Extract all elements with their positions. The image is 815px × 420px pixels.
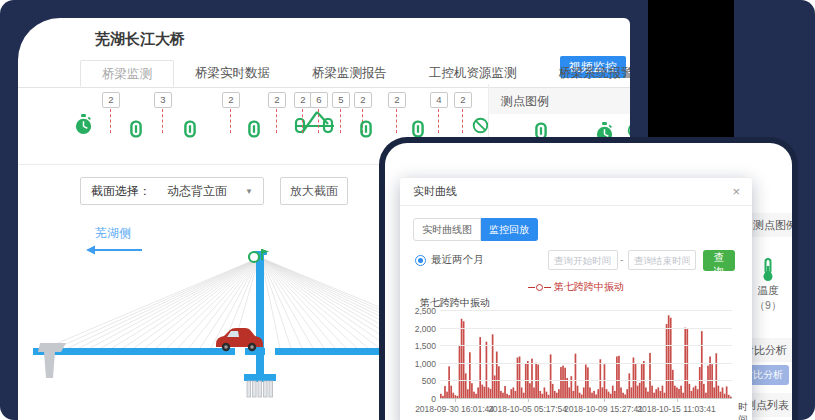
section-select-value: 动态背立面 (167, 183, 227, 200)
sensor-dashed-line (462, 109, 463, 133)
gridline (440, 328, 732, 329)
chart-plot-area: 2,5002,0001,5001,00050002018-09-30 16:01… (440, 310, 732, 398)
chart-legend: 第七跨跨中振动 (400, 280, 752, 294)
main-tabs: 桥梁监测桥梁实时数据桥梁监测报告工控机资源监测桥梁系统报警 (18, 60, 630, 88)
sensor-dashed-line (276, 109, 277, 133)
sensor-count-box[interactable]: 2 (222, 92, 240, 108)
chevron-down-icon: ▼ (245, 187, 253, 196)
gridline (440, 310, 732, 311)
sensor-dashed-line (318, 109, 319, 133)
sensor-count-box[interactable]: 2 (102, 92, 120, 108)
bridge-tower (256, 254, 264, 382)
y-tick-label: 0 (402, 394, 436, 404)
sensor-count-box[interactable]: 4 (430, 92, 448, 108)
modal-tabs: 实时曲线图监控回放 (413, 218, 538, 241)
last-two-months-label: 最近两个月 (431, 253, 484, 267)
sensor-dashed-line (438, 109, 439, 133)
chart-legend-label: 第七跨跨中振动 (554, 281, 624, 292)
zoom-section-button[interactable]: 放大截面 (280, 177, 348, 205)
y-tick-label: 1,000 (402, 359, 436, 369)
sensor-count-box[interactable]: 2 (268, 92, 286, 108)
sensor-count-box[interactable]: 2 (454, 92, 472, 108)
realtime-curve-modal: 实时曲线 × 实时曲线图监控回放 最近两个月 - 查询 第七跨跨中振动 第七跨跨… (400, 178, 752, 420)
screen: 芜湖长江大桥 视频监控 桥梁监测桥梁实时数据桥梁监测报告工控机资源监测桥梁系统报… (0, 0, 815, 420)
y-tick-label: 2,500 (402, 306, 436, 316)
y-tick-label: 2,000 (402, 324, 436, 334)
page-title: 芜湖长江大桥 (95, 30, 185, 49)
x-tick-mark (677, 398, 678, 402)
gridline (440, 345, 732, 346)
tab-桥梁系统报警[interactable]: 桥梁系统报警 (538, 60, 631, 87)
x-tick-label: 2018-10-09 15:27:41 (564, 404, 643, 414)
gridline (440, 398, 732, 399)
link-icon[interactable] (412, 120, 424, 138)
query-end-time-input[interactable] (628, 250, 696, 270)
bridge-side-label: 芜湖侧 (95, 225, 131, 242)
bg-legend-panel-title: 测点图例 (753, 219, 792, 231)
x-tick-mark (455, 398, 456, 402)
gridline (440, 380, 732, 381)
bridge-left-pier (38, 343, 66, 378)
section-select[interactable]: 截面选择： 动态背立面 ▼ (80, 177, 264, 205)
x-tick-label: 2018-10-05 05:17:54 (488, 404, 567, 414)
pylon-icon[interactable] (294, 109, 336, 137)
sensor-count-box[interactable]: 5 (332, 92, 350, 108)
link-icon[interactable] (184, 120, 196, 138)
sensor-dashed-line (162, 109, 163, 133)
legend-marker-icon (528, 287, 535, 288)
sensor-dashed-line (396, 109, 397, 133)
sensor-dashed-line (110, 109, 111, 133)
modal-title: 实时曲线 (413, 178, 457, 205)
ban-icon (627, 122, 630, 143)
x-tick-label: 2018-09-30 16:01:44 (415, 404, 494, 414)
y-tick-label: 1,500 (402, 341, 436, 351)
link-icon[interactable] (248, 120, 260, 138)
query-start-time-input[interactable] (548, 250, 618, 270)
sensor-dashed-line (302, 109, 303, 133)
tab-桥梁实时数据[interactable]: 桥梁实时数据 (174, 60, 291, 87)
modal-tab-监控回放[interactable]: 监控回放 (481, 218, 538, 241)
sensor-count-box[interactable]: 3 (154, 92, 172, 108)
sensor-count-box[interactable]: 2 (354, 92, 372, 108)
tab-工控机资源监测[interactable]: 工控机资源监测 (408, 60, 538, 87)
close-icon[interactable]: × (732, 178, 740, 205)
y-tick-label: 500 (402, 376, 436, 386)
tab-桥梁监测报告[interactable]: 桥梁监测报告 (291, 60, 408, 87)
legend-panel-title: 测点图例 (501, 94, 549, 108)
x-tick-mark (528, 398, 529, 402)
sensor-count-box[interactable]: 6 (310, 92, 328, 108)
modal-header: 实时曲线 × (400, 178, 752, 206)
x-tick-mark (604, 398, 605, 402)
tab-桥梁监测[interactable]: 桥梁监测 (80, 60, 174, 87)
sensor-dashed-line (340, 109, 341, 133)
query-row: 最近两个月 - 查询 (413, 250, 739, 274)
ban-icon[interactable] (472, 117, 489, 134)
chart-x-axis-title: 时间 (738, 401, 752, 420)
timer-icon[interactable] (74, 114, 93, 135)
legend-panel-header: 测点图例 (489, 88, 630, 114)
link-icon (535, 122, 547, 144)
modal-tab-实时曲线图[interactable]: 实时曲线图 (413, 218, 481, 241)
sensor-count-box[interactable]: 2 (388, 92, 406, 108)
car (216, 328, 263, 351)
section-select-label: 截面选择： (91, 183, 151, 200)
bridge-tower-pier (244, 374, 276, 397)
chart-bars (440, 310, 732, 398)
last-two-months-radio[interactable] (415, 255, 426, 266)
link-icon[interactable] (130, 120, 142, 138)
thermometer-icon (761, 258, 775, 282)
gridline (440, 363, 732, 364)
sensor-dashed-line (230, 109, 231, 133)
x-tick-label: 2018-10-15 11:03:41 (637, 404, 715, 414)
query-button[interactable]: 查询 (703, 250, 735, 271)
link-icon[interactable] (360, 120, 372, 138)
date-range-separator: - (620, 253, 624, 265)
screen-cutout (648, 0, 734, 143)
